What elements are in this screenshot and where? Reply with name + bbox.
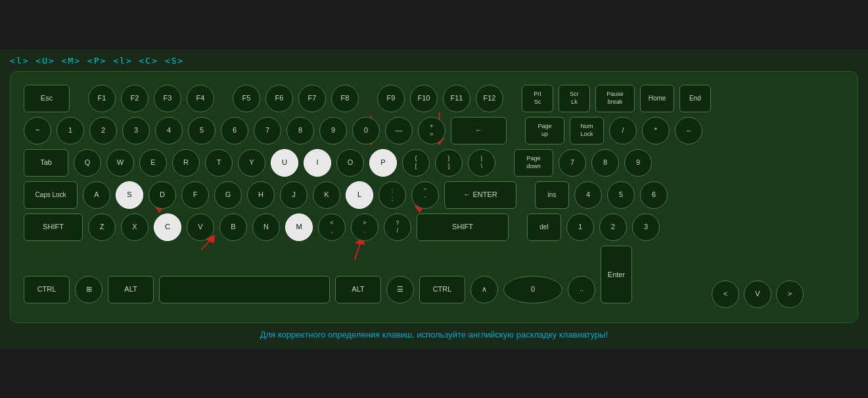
key-f7[interactable]: F7 [298,85,326,112]
key-numdot[interactable]: ., [568,276,595,303]
key-d[interactable]: D [148,181,176,209]
key-numenter[interactable]: Enter [601,246,632,303]
key-quote[interactable]: "' [411,181,439,209]
key-e[interactable]: E [139,149,167,177]
key-2[interactable]: 2 [89,117,117,144]
key-a[interactable]: A [83,181,110,209]
key-z[interactable]: Z [88,213,116,241]
key-rbrace[interactable]: }] [435,149,463,177]
key-num2[interactable]: 2 [599,213,627,241]
key-pagedown[interactable]: Pagedown [514,149,553,177]
key-numminus[interactable]: – [675,117,702,144]
key-f8[interactable]: F8 [331,85,359,112]
key-ctrl-l[interactable]: CTRL [24,276,70,303]
key-home[interactable]: Home [640,85,674,112]
key-plus[interactable]: += [418,117,445,144]
key-backspace[interactable]: ← [451,117,507,144]
key-scrlk[interactable]: ScrLk [559,85,590,112]
key-x[interactable]: X [121,213,148,241]
key-8[interactable]: 8 [286,117,314,144]
key-p[interactable]: P [369,149,397,177]
key-f2[interactable]: F2 [121,85,148,112]
key-num8[interactable]: 8 [591,149,619,177]
key-f3[interactable]: F3 [154,85,181,112]
key-prtsc[interactable]: PrtSc [522,85,553,112]
key-g[interactable]: G [214,181,242,209]
key-o[interactable]: O [336,149,364,177]
key-j[interactable]: J [280,181,308,209]
key-9[interactable]: 9 [319,117,347,144]
key-esc[interactable]: Esc [24,85,70,112]
key-tab[interactable]: Tab [24,149,68,177]
key-comma[interactable]: <, [318,213,346,241]
key-shift-l[interactable]: SHIFT [24,213,83,241]
key-pageup[interactable]: Pageup [525,117,564,144]
key-5[interactable]: 5 [188,117,216,144]
key-f6[interactable]: F6 [265,85,293,112]
key-enter[interactable]: ← ENTER [444,181,516,209]
key-numlock[interactable]: NumLock [570,117,604,144]
key-caret[interactable]: ∧ [470,276,498,303]
key-dot[interactable]: >. [351,213,378,241]
key-win[interactable]: ⊞ [75,276,103,303]
key-semicolon[interactable]: :; [378,181,406,209]
key-arr-down[interactable]: V [744,280,771,308]
key-num6[interactable]: 6 [640,181,668,209]
key-f[interactable]: F [181,181,209,209]
key-v[interactable]: V [187,213,214,241]
key-m[interactable]: M [285,213,313,241]
key-7[interactable]: 7 [254,117,281,144]
key-b[interactable]: B [219,213,247,241]
key-capslock[interactable]: Caps Lock [24,181,78,209]
key-q[interactable]: Q [74,149,101,177]
key-num0[interactable]: 0 [503,276,562,303]
key-f1[interactable]: F1 [88,85,116,112]
key-ins[interactable]: ins [535,181,569,209]
key-r[interactable]: R [172,149,200,177]
key-h[interactable]: H [247,181,275,209]
key-3[interactable]: 3 [122,117,150,144]
key-arr-right[interactable]: > [776,280,804,308]
key-pausebrk[interactable]: Pausebreak [595,85,635,112]
key-menu[interactable]: ☰ [386,276,414,303]
key-1[interactable]: 1 [57,117,84,144]
key-shift-r[interactable]: SHIFT [417,213,509,241]
key-numslash[interactable]: / [609,117,637,144]
key-y[interactable]: Y [238,149,265,177]
key-n[interactable]: N [252,213,280,241]
key-ctrl-r[interactable]: CTRL [419,276,465,303]
key-minus[interactable]: — [385,117,413,144]
key-f5[interactable]: F5 [233,85,260,112]
key-t[interactable]: T [205,149,233,177]
key-4[interactable]: 4 [155,117,183,144]
key-alt-r[interactable]: ALT [335,276,381,303]
key-f12[interactable]: F12 [476,85,503,112]
key-k[interactable]: K [313,181,340,209]
key-space[interactable] [159,276,330,303]
key-f4[interactable]: F4 [187,85,214,112]
key-del[interactable]: del [527,213,561,241]
key-num7[interactable]: 7 [559,149,586,177]
key-pipe[interactable]: |\ [468,149,495,177]
key-end[interactable]: End [679,85,711,112]
key-f9[interactable]: F9 [377,85,405,112]
key-6[interactable]: 6 [221,117,248,144]
key-num4[interactable]: 4 [574,181,602,209]
key-num5[interactable]: 5 [607,181,635,209]
key-num9[interactable]: 9 [624,149,652,177]
key-alt-l[interactable]: ALT [108,276,154,303]
key-l[interactable]: L [346,181,373,209]
key-u[interactable]: U [271,149,298,177]
key-num3[interactable]: 3 [632,213,660,241]
key-w[interactable]: W [106,149,134,177]
key-f11[interactable]: F11 [443,85,470,112]
key-c[interactable]: C [154,213,181,241]
key-0[interactable]: 0 [352,117,380,144]
key-lbrace[interactable]: {[ [402,149,430,177]
key-tilde[interactable]: ~ [24,117,51,144]
key-i[interactable]: I [304,149,331,177]
key-num1[interactable]: 1 [566,213,594,241]
key-f10[interactable]: F10 [410,85,438,112]
key-slash[interactable]: ?/ [384,213,411,241]
key-numstar[interactable]: * [642,117,670,144]
